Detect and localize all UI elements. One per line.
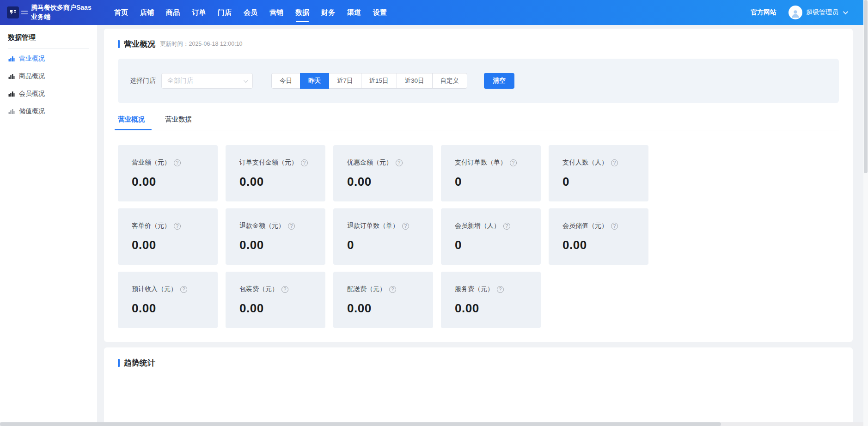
stat-card-1: 营业额（元） ? 0.00 — [118, 145, 218, 201]
stat-card-6: 客单价（元） ? 0.00 — [118, 208, 218, 265]
question-circle-icon[interactable]: ? — [611, 223, 618, 230]
vertical-scrollbar-thumb[interactable] — [864, 0, 868, 173]
sidebar-item-4[interactable]: 储值概况 — [7, 103, 90, 120]
nav-item-9[interactable]: 财务 — [315, 0, 341, 25]
nav-item-10[interactable]: 渠道 — [341, 0, 367, 25]
logo-icon — [7, 6, 19, 18]
question-circle-icon[interactable]: ? — [288, 223, 295, 230]
stat-card-13: 配送费（元） ? 0.00 — [333, 272, 433, 328]
question-circle-icon[interactable]: ? — [611, 159, 618, 166]
question-circle-icon[interactable]: ? — [174, 223, 181, 230]
store-select-placeholder: 全部门店 — [167, 77, 193, 85]
nav-item-5[interactable]: 门店 — [212, 0, 238, 25]
updated-time: 更新时间：2025-06-18 12:00:10 — [160, 40, 243, 48]
bar-chart-icon — [8, 55, 15, 62]
range-button-1[interactable]: 今日 — [271, 73, 300, 89]
trend-section-header: 趋势统计 — [118, 358, 839, 368]
nav-item-6[interactable]: 会员 — [238, 0, 263, 25]
stat-value: 0.00 — [132, 238, 211, 252]
stat-card-9: 会员新增（人） ? 0 — [441, 208, 541, 265]
user-menu[interactable]: 超级管理员 — [789, 6, 847, 19]
sidebar-item-2[interactable]: 商品概况 — [7, 67, 90, 85]
stat-card-12: 包装费（元） ? 0.00 — [226, 272, 325, 328]
filter-panel: 选择门店 全部门店 今日昨天近7日近15日近30日自定义 清空 — [118, 59, 839, 103]
range-button-6[interactable]: 自定义 — [432, 73, 468, 89]
stat-value: 0 — [347, 238, 427, 252]
sidebar-item-3[interactable]: 会员概况 — [7, 85, 90, 103]
question-circle-icon[interactable]: ? — [503, 223, 510, 230]
clear-button[interactable]: 清空 — [484, 73, 514, 89]
stat-label: 订单支付金额（元） — [239, 158, 298, 167]
nav-item-3[interactable]: 商品 — [160, 0, 186, 25]
overview-tabs: 营业概况营业数据 — [118, 115, 839, 130]
sidebar-menu: 营业概况 商品概况 会员概况 储值概况 — [7, 50, 90, 120]
stat-label: 支付订单数（单） — [455, 158, 507, 167]
overview-section-header: 营业概况 更新时间：2025-06-18 12:00:10 — [118, 39, 839, 49]
trend-card: 趋势统计 — [104, 347, 853, 422]
nav-item-4[interactable]: 订单 — [186, 0, 212, 25]
stat-value: 0 — [455, 175, 534, 189]
nav-item-7[interactable]: 营销 — [263, 0, 289, 25]
logo-microtext — [21, 11, 28, 14]
user-name: 超级管理员 — [806, 8, 838, 17]
store-select-label: 选择门店 — [130, 77, 156, 85]
stat-label: 客单价（元） — [132, 222, 171, 230]
stat-card-14: 服务费（元） ? 0.00 — [441, 272, 541, 328]
question-circle-icon[interactable]: ? — [281, 286, 288, 293]
stat-label: 服务费（元） — [455, 285, 494, 293]
question-circle-icon[interactable]: ? — [510, 159, 517, 166]
sidebar-item-1[interactable]: 营业概况 — [7, 50, 90, 67]
stat-value: 0.00 — [239, 301, 319, 316]
stat-value: 0.00 — [239, 238, 319, 252]
stat-label: 退款金额（元） — [239, 222, 285, 230]
range-button-3[interactable]: 近7日 — [329, 73, 361, 89]
nav-item-1[interactable]: 首页 — [108, 0, 134, 25]
stat-card-3: 优惠金额（元） ? 0.00 — [333, 145, 433, 201]
overview-section-title: 营业概况 — [124, 39, 155, 49]
trend-section-title: 趋势统计 — [124, 358, 155, 368]
brand-logo[interactable]: 腾马餐饮多商户Saas业务端 — [0, 0, 97, 25]
bar-chart-icon — [8, 108, 15, 115]
question-circle-icon[interactable]: ? — [180, 286, 187, 293]
main-nav: 首页店铺商品订单门店会员营销数据财务渠道设置 — [108, 0, 393, 25]
bar-chart-icon — [8, 73, 15, 79]
question-circle-icon[interactable]: ? — [402, 223, 409, 230]
stat-label: 支付人数（人） — [562, 158, 608, 167]
nav-item-2[interactable]: 店铺 — [134, 0, 160, 25]
stat-value: 0.00 — [132, 175, 211, 189]
question-circle-icon[interactable]: ? — [301, 159, 308, 166]
accent-bar — [118, 40, 120, 48]
tab-1[interactable]: 营业概况 — [118, 115, 145, 130]
stat-card-5: 支付人数（人） ? 0 — [549, 145, 648, 201]
question-circle-icon[interactable]: ? — [389, 286, 396, 293]
navbar-right: 官方网站 超级管理员 — [751, 0, 863, 25]
question-circle-icon[interactable]: ? — [396, 159, 403, 166]
stats-grid: 营业额（元） ? 0.00 订单支付金额（元） ? 0.00 优惠金额（元） ?… — [118, 145, 648, 328]
question-circle-icon[interactable]: ? — [497, 286, 504, 293]
tab-2[interactable]: 营业数据 — [165, 115, 192, 130]
business-overview-card: 营业概况 更新时间：2025-06-18 12:00:10 选择门店 全部门店 … — [104, 29, 853, 342]
stat-label: 优惠金额（元） — [347, 158, 392, 167]
range-button-4[interactable]: 近15日 — [361, 73, 397, 89]
range-button-2[interactable]: 昨天 — [300, 73, 329, 89]
bar-chart-icon — [8, 91, 15, 97]
accent-bar — [118, 359, 120, 367]
stat-value: 0.00 — [132, 301, 211, 316]
nav-item-11[interactable]: 设置 — [367, 0, 393, 25]
sidebar: 数据管理 营业概况 商品概况 会员概况 储值概况 — [0, 25, 97, 422]
store-select[interactable]: 全部门店 — [161, 73, 253, 89]
stat-card-4: 支付订单数（单） ? 0 — [441, 145, 541, 201]
range-button-5[interactable]: 近30日 — [397, 73, 433, 89]
stat-value: 0.00 — [347, 175, 427, 189]
app-title: 腾马餐饮多商户Saas业务端 — [31, 3, 97, 21]
stat-card-10: 会员储值（元） ? 0.00 — [549, 208, 648, 265]
question-circle-icon[interactable]: ? — [174, 159, 181, 166]
nav-item-8[interactable]: 数据 — [289, 0, 315, 25]
sidebar-divider — [8, 48, 89, 49]
official-site-link[interactable]: 官方网站 — [751, 8, 776, 17]
horizontal-scrollbar-thumb[interactable] — [0, 422, 721, 426]
stat-value: 0 — [455, 238, 534, 252]
stat-value: 0.00 — [562, 238, 642, 252]
date-range-group: 今日昨天近7日近15日近30日自定义 — [271, 73, 467, 89]
sidebar-title: 数据管理 — [8, 33, 90, 42]
